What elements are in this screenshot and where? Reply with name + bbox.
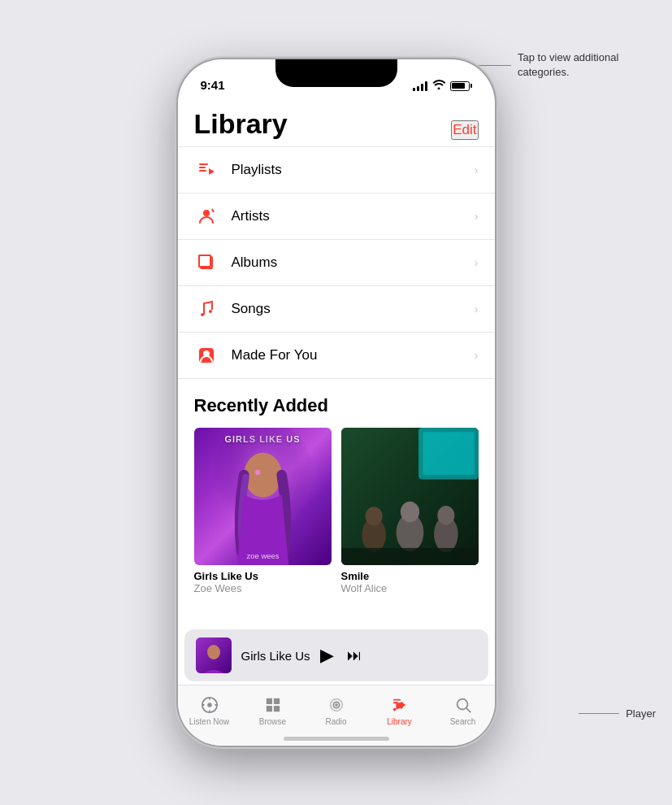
album-artist-girls-like-us: Zoe Wees [194, 582, 332, 594]
phone-frame: 9:41 [178, 59, 495, 746]
tab-search[interactable]: Search [431, 692, 495, 729]
albums-label: Albums [232, 255, 475, 271]
skip-forward-button[interactable]: ⏭ [347, 647, 362, 664]
chevron-icon: › [475, 210, 479, 223]
battery-icon [450, 81, 472, 91]
edit-button[interactable]: Edit [451, 120, 478, 140]
mini-player-album-art [196, 637, 232, 673]
svg-point-13 [254, 470, 259, 475]
albums-icon [194, 250, 219, 275]
recently-added-section: Recently Added GIRLS LIKE US [178, 379, 495, 594]
tab-library[interactable]: Library [368, 692, 431, 729]
wifi-icon [432, 80, 445, 92]
svg-rect-7 [199, 255, 210, 267]
svg-marker-3 [209, 168, 215, 175]
svg-rect-17 [423, 432, 474, 475]
mini-player-controls: ▶ ⏭ [320, 645, 362, 666]
tab-browse[interactable]: Browse [241, 692, 305, 729]
album-grid: GIRLS LIKE US [194, 428, 479, 594]
status-time: 9:41 [201, 78, 225, 94]
svg-rect-29 [266, 698, 271, 704]
svg-rect-31 [266, 706, 271, 711]
svg-rect-24 [341, 548, 479, 565]
chevron-icon: › [475, 349, 479, 362]
main-content: Library Edit Playlists › [178, 98, 495, 746]
svg-text:zoe wees: zoe wees [246, 551, 279, 560]
svg-point-23 [437, 506, 454, 524]
mini-player[interactable]: Girls Like Us ▶ ⏭ [184, 629, 488, 681]
status-icons [413, 80, 472, 94]
callout-edit-text: Tap to view additional categories. [518, 50, 648, 80]
library-list: Playlists › Artists › [178, 146, 495, 629]
radio-icon [327, 695, 346, 715]
made-for-you-label: Made For You [232, 347, 475, 363]
browse-icon [263, 695, 283, 715]
album-name-girls-like-us: Girls Like Us [194, 570, 332, 582]
svg-point-28 [207, 703, 212, 707]
svg-rect-30 [273, 698, 279, 704]
recently-added-title: Recently Added [194, 395, 479, 416]
songs-icon [194, 297, 219, 321]
svg-point-19 [365, 507, 382, 525]
library-item-songs[interactable]: Songs › [178, 286, 495, 333]
library-item-playlists[interactable]: Playlists › [178, 146, 495, 194]
songs-label: Songs [232, 301, 475, 317]
library-item-albums[interactable]: Albums › [178, 240, 495, 286]
chevron-icon: › [475, 302, 479, 315]
playlists-icon [194, 158, 219, 182]
notch [275, 59, 397, 87]
tab-radio[interactable]: Radio [305, 692, 368, 729]
svg-rect-0 [199, 163, 208, 165]
artists-icon [194, 204, 219, 228]
album-item-girls-like-us[interactable]: GIRLS LIKE US [194, 428, 332, 594]
made-for-you-icon [194, 343, 219, 368]
radio-label: Radio [325, 717, 346, 726]
svg-line-5 [212, 209, 214, 212]
chevron-icon: › [475, 256, 479, 269]
playlists-label: Playlists [232, 162, 475, 178]
svg-rect-34 [392, 699, 400, 701]
listen-now-label: Listen Now [189, 717, 229, 726]
mini-player-track-name: Girls Like Us [241, 649, 310, 663]
chevron-icon: › [475, 163, 479, 176]
library-item-artists[interactable]: Artists › [178, 194, 495, 240]
album-name-smile: Smile [341, 570, 479, 582]
tab-listen-now[interactable]: Listen Now [178, 692, 241, 729]
album-artist-smile: Wolf Alice [341, 582, 479, 594]
album-art-smile [341, 428, 479, 565]
library-item-made-for-you[interactable]: Made For You › [178, 333, 495, 379]
svg-point-37 [457, 699, 467, 710]
svg-point-33 [335, 703, 338, 707]
callout-player-line [579, 713, 619, 714]
signal-bars-icon [413, 81, 427, 91]
svg-point-4 [203, 210, 210, 216]
artists-label: Artists [232, 208, 475, 224]
svg-rect-32 [273, 706, 279, 711]
svg-line-38 [466, 708, 470, 712]
listen-now-icon [200, 695, 219, 715]
svg-point-21 [400, 502, 418, 522]
search-label: Search [450, 717, 476, 726]
svg-rect-2 [199, 170, 206, 172]
browse-label: Browse [259, 717, 286, 726]
header: Library Edit [178, 98, 495, 146]
svg-point-26 [207, 645, 220, 659]
album-art-girls-like-us: GIRLS LIKE US [194, 428, 332, 565]
page-title: Library [194, 108, 288, 140]
callout-player: Player [579, 707, 656, 720]
play-button[interactable]: ▶ [320, 645, 334, 666]
svg-point-12 [244, 453, 281, 498]
library-tab-label: Library [387, 717, 412, 726]
home-indicator [284, 737, 389, 741]
svg-rect-1 [199, 167, 206, 168]
callout-player-text: Player [626, 707, 656, 720]
search-icon [453, 695, 473, 715]
album-item-smile[interactable]: Smile Wolf Alice [341, 428, 479, 594]
library-tab-icon [390, 695, 410, 715]
